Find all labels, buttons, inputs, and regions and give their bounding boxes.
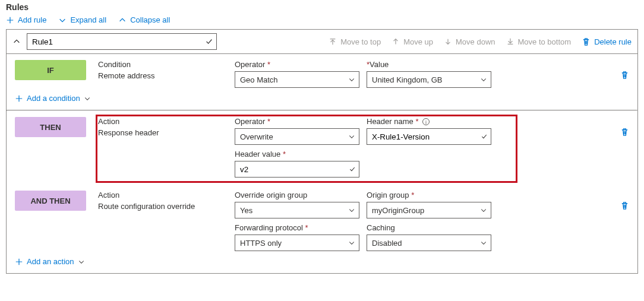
header-value-input[interactable] xyxy=(235,161,359,178)
origin-group-select[interactable]: myOriginGroup xyxy=(367,202,491,218)
chevron-down-icon xyxy=(480,207,487,214)
action2-value: Route configuration override xyxy=(98,202,223,211)
if-badge: IF xyxy=(15,60,86,80)
caching-label: Caching xyxy=(367,223,491,232)
required-marker: * xyxy=(411,191,414,199)
required-marker: * xyxy=(305,223,308,232)
chevron-down-icon xyxy=(480,76,487,83)
chevron-down-icon xyxy=(348,239,355,246)
value-select[interactable]: United Kingdom, GB xyxy=(367,71,491,88)
condition-label: Condition xyxy=(98,60,223,69)
delete-rule-label: Delete rule xyxy=(594,37,632,46)
add-action-label: Add an action xyxy=(27,257,74,266)
rules-toolbar: Add rule Expand all Collapse all xyxy=(6,15,638,24)
check-icon xyxy=(205,37,213,46)
arrow-down-icon xyxy=(444,37,452,46)
delete-action2-icon[interactable] xyxy=(620,201,629,210)
plus-icon xyxy=(6,16,14,24)
info-icon[interactable]: i xyxy=(422,118,430,125)
required-marker: * xyxy=(267,117,270,126)
then-operator-value: Overwrite xyxy=(240,132,273,141)
plus-icon xyxy=(15,258,23,266)
move-down-label: Move down xyxy=(456,37,495,46)
chevron-down-icon xyxy=(58,16,67,24)
and-then-badge: AND THEN xyxy=(15,191,86,211)
operator-value: Geo Match xyxy=(240,75,278,84)
header-value-label: Header value xyxy=(235,150,280,159)
chevron-down-icon xyxy=(480,239,487,246)
action-value: Response header xyxy=(98,128,223,137)
chevron-up-icon xyxy=(118,16,127,24)
then-operator-label: Operator xyxy=(235,117,265,126)
required-marker: * xyxy=(415,117,418,126)
move-to-top-button[interactable]: Move to top xyxy=(329,37,381,46)
delete-action-icon[interactable] xyxy=(620,128,629,137)
header-name-label: Header name xyxy=(367,117,413,126)
forwarding-protocol-label: Forwarding protocol xyxy=(235,223,303,232)
then-section: THEN Action Response header Operator * O… xyxy=(7,111,637,273)
collapse-all-label: Collapse all xyxy=(130,15,170,24)
action2-label: Action xyxy=(98,191,223,199)
then-operator-select[interactable]: Overwrite xyxy=(235,128,359,145)
operator-label: Operator xyxy=(235,60,265,69)
page-title: Rules xyxy=(6,2,638,12)
add-rule-label: Add rule xyxy=(18,15,46,24)
add-condition-button[interactable]: Add a condition xyxy=(7,88,99,110)
delete-rule-button[interactable]: Delete rule xyxy=(582,37,632,46)
move-down-button[interactable]: Move down xyxy=(444,37,495,46)
operator-select[interactable]: Geo Match xyxy=(235,71,359,88)
forwarding-protocol-select[interactable]: HTTPS only xyxy=(235,235,359,251)
caching-select[interactable]: Disabled xyxy=(367,235,491,251)
if-row: IF Condition Remote address Operator * G… xyxy=(7,54,637,88)
override-origin-group-label: Override origin group xyxy=(235,191,359,199)
required-marker: * xyxy=(283,150,286,159)
chevron-down-icon xyxy=(348,76,355,83)
plus-icon xyxy=(15,94,23,103)
chevron-down-icon xyxy=(348,133,355,140)
origin-group-value: myOriginGroup xyxy=(372,206,424,215)
chevron-down-icon xyxy=(348,207,355,214)
forwarding-protocol-value: HTTPS only xyxy=(240,239,282,248)
condition-value: Remote address xyxy=(98,71,223,80)
then-row: THEN Action Response header Operator * O… xyxy=(7,111,637,185)
override-origin-group-value: Yes xyxy=(240,206,252,215)
add-rule-button[interactable]: Add rule xyxy=(6,15,46,24)
move-up-label: Move up xyxy=(403,37,433,46)
rule-name-input[interactable] xyxy=(27,33,217,50)
origin-group-label: Origin group xyxy=(367,191,409,199)
value-label: Value xyxy=(370,60,389,69)
move-to-bottom-button[interactable]: Move to bottom xyxy=(506,37,572,46)
value-value: United Kingdom, GB xyxy=(372,75,443,84)
rule-card: Move to top Move up Move down Move to bo… xyxy=(6,29,638,274)
trash-icon xyxy=(582,37,591,46)
then-badge: THEN xyxy=(15,117,86,137)
move-top-icon xyxy=(329,37,337,46)
move-bottom-icon xyxy=(506,37,514,46)
chevron-down-icon xyxy=(84,95,91,102)
collapse-all-button[interactable]: Collapse all xyxy=(118,15,170,24)
and-then-row: AND THEN Action Route configuration over… xyxy=(7,185,637,251)
required-marker: * xyxy=(267,60,270,69)
add-action-button[interactable]: Add an action xyxy=(7,251,93,273)
arrow-up-icon xyxy=(392,37,400,46)
move-bottom-label: Move to bottom xyxy=(518,37,572,46)
expand-all-label: Expand all xyxy=(70,15,106,24)
expand-all-button[interactable]: Expand all xyxy=(58,15,106,24)
rule-header: Move to top Move up Move down Move to bo… xyxy=(7,30,637,54)
check-icon xyxy=(349,166,356,173)
action-label: Action xyxy=(98,117,223,126)
add-condition-label: Add a condition xyxy=(27,94,80,103)
collapse-rule-icon[interactable] xyxy=(12,37,21,46)
move-up-button[interactable]: Move up xyxy=(392,37,433,46)
delete-condition-icon[interactable] xyxy=(620,71,629,80)
override-origin-group-select[interactable]: Yes xyxy=(235,202,359,218)
check-icon xyxy=(481,133,488,140)
caching-value: Disabled xyxy=(372,239,402,248)
move-top-label: Move to top xyxy=(340,37,381,46)
chevron-down-icon xyxy=(78,258,85,265)
header-name-input[interactable] xyxy=(367,128,491,145)
